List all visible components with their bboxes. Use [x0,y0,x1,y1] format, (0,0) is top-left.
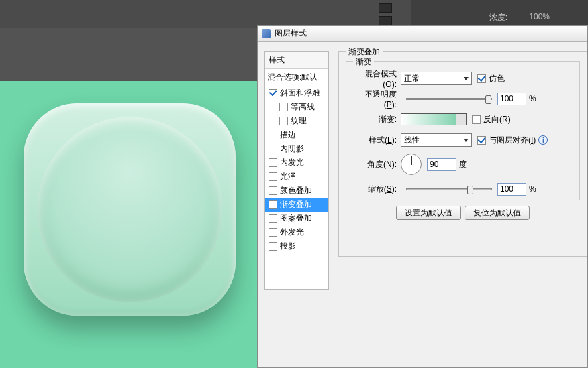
artwork-rounded-icon[interactable] [24,103,236,316]
checkbox-icon[interactable] [279,117,288,125]
row-style: 样式(L): 线性 与图层对齐(I) i [353,133,573,147]
dialog-body: 样式 混合选项:默认 斜面和浮雕等高线纹理描边内阴影内发光光泽颜色叠加渐变叠加图… [258,42,587,367]
style-row[interactable]: 光泽 [265,170,328,184]
reset-default-button[interactable]: 复位为默认值 [465,206,530,220]
layer-style-dialog: 图层样式 样式 混合选项:默认 斜面和浮雕等高线纹理描边内阴影内发光光泽颜色叠加… [257,25,588,368]
slider-thumb[interactable] [485,95,491,104]
row-angle: 角度(N): 度 [353,153,573,176]
style-row-label: 图案叠加 [280,213,312,224]
dialog-titlebar[interactable]: 图层样式 [258,26,587,42]
style-row[interactable]: 斜面和浮雕 [265,86,328,100]
angle-dial[interactable] [401,154,422,175]
angle-unit: 度 [459,159,467,170]
style-row[interactable]: 颜色叠加 [265,184,328,198]
gradient-overlay-section: 渐变叠加 渐变 混合模式(O): 正常 仿色 [338,51,587,257]
gradient-fieldset: 渐变 混合模式(O): 正常 仿色 [346,61,580,200]
scale-slider[interactable] [406,188,492,190]
reverse-checkbox[interactable]: 反向(R) [472,114,511,125]
document-canvas[interactable] [0,81,257,368]
scale-input[interactable] [497,183,526,196]
checkbox-icon [472,115,481,124]
checkbox-icon[interactable] [269,172,277,181]
style-row-label: 渐变叠加 [280,199,312,210]
row-opacity: 不透明度(P): % [353,92,573,106]
blend-mode-value: 正常 [404,73,420,84]
style-select[interactable]: 线性 [401,133,472,147]
style-row-label: 纹理 [291,115,307,127]
checkbox-icon[interactable] [269,186,277,195]
dither-label: 仿色 [489,73,505,84]
style-row-label: 颜色叠加 [280,185,312,196]
gradient-label: 渐变: [353,114,401,125]
style-row[interactable]: 投影 [265,239,328,253]
dither-checkbox[interactable]: 仿色 [477,73,505,84]
angle-input[interactable] [427,158,456,171]
dialog-title: 图层样式 [275,28,307,39]
fieldset-title: 渐变 [353,56,374,68]
style-row[interactable]: 外发光 [265,225,328,239]
slider-thumb[interactable] [467,186,473,194]
style-row-label: 等高线 [291,101,315,113]
row-blend-mode: 混合模式(O): 正常 仿色 [353,71,573,86]
tool-strip [377,0,411,28]
checkbox-icon[interactable] [279,103,288,111]
styles-list: 样式 混合选项:默认 斜面和浮雕等高线纹理描边内阴影内发光光泽颜色叠加渐变叠加图… [264,51,329,290]
checkbox-icon[interactable] [269,131,277,139]
checkbox-icon[interactable] [269,158,277,167]
scale-label: 缩放(S): [353,184,401,195]
opacity-value: 100% [529,12,550,21]
style-row-label: 内发光 [280,157,304,168]
opacity-unit: % [529,94,536,103]
reverse-label: 反向(R) [483,114,511,125]
checkbox-icon[interactable] [269,214,277,223]
default-buttons-row: 设置为默认值 复位为默认值 [346,206,580,220]
chevron-down-icon [464,77,469,80]
opacity-label: 不透明度(P): [353,89,401,109]
blend-mode-select[interactable]: 正常 [401,72,472,85]
tool-icon[interactable] [379,3,392,13]
gradient-dropdown-button[interactable] [456,114,466,125]
style-row-label: 投影 [280,241,296,252]
style-row[interactable]: 纹理 [265,114,328,128]
checkbox-icon [477,74,486,83]
blend-mode-label: 混合模式(O): [353,68,401,89]
chevron-down-icon [464,139,469,142]
set-default-button[interactable]: 设置为默认值 [396,206,461,220]
style-row[interactable]: 等高线 [265,100,328,114]
style-row[interactable]: 渐变叠加 [265,198,328,212]
style-value: 线性 [404,135,420,146]
style-row-label: 光泽 [280,171,296,182]
scale-unit: % [529,184,536,194]
style-row-label: 描边 [280,129,296,141]
angle-label: 角度(N): [353,159,401,170]
tool-icon[interactable] [379,16,392,25]
checkbox-icon[interactable] [269,200,277,209]
row-scale: 缩放(S): % [353,182,573,196]
style-row[interactable]: 描边 [265,128,328,142]
style-row-label: 斜面和浮雕 [280,88,320,99]
checkbox-icon[interactable] [269,145,277,153]
style-row[interactable]: 内发光 [265,156,328,170]
row-gradient: 渐变: 反向(R) [353,112,573,127]
styles-header[interactable]: 样式 [265,52,328,69]
checkbox-icon [477,136,486,145]
blend-options-header[interactable]: 混合选项:默认 [265,69,328,86]
style-row-label: 外发光 [280,227,304,238]
checkbox-icon[interactable] [269,228,277,237]
checkbox-icon[interactable] [269,89,277,97]
align-label: 与图层对齐(I) [489,135,536,146]
style-row-label: 内阴影 [280,143,304,154]
opacity-input[interactable] [497,93,526,105]
align-checkbox[interactable]: 与图层对齐(I) [477,135,536,146]
checkbox-icon[interactable] [269,242,277,251]
opacity-slider[interactable] [406,98,492,100]
info-icon[interactable]: i [538,135,548,145]
style-row[interactable]: 内阴影 [265,142,328,156]
style-label: 样式(L): [353,135,401,146]
style-row[interactable]: 图案叠加 [265,212,328,225]
gradient-swatch[interactable] [401,113,467,125]
opacity-label: 浓度: [489,12,507,23]
app-icon [262,29,271,38]
